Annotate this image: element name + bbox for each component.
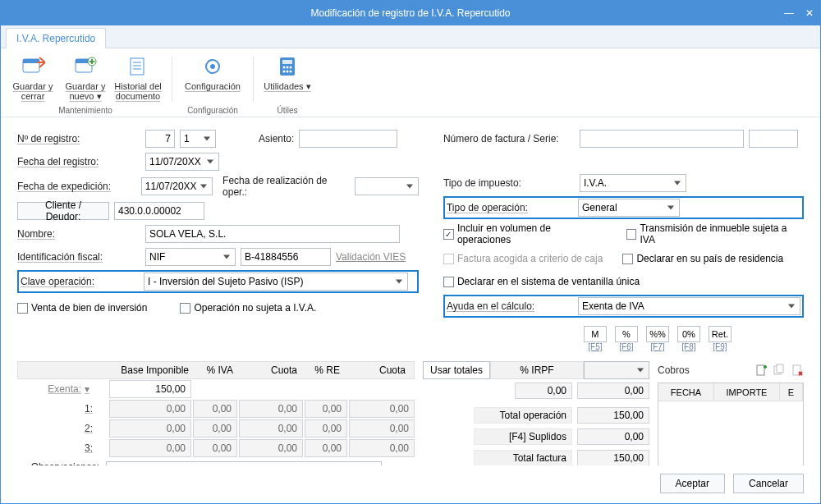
col-importe: IMPORTE [714, 383, 780, 401]
idfiscal-tipo-select[interactable]: NIF [145, 248, 236, 266]
lbl-fecha-expedicion: Fecha de expedición: [17, 181, 136, 192]
tipo-impuesto-select[interactable]: I.V.A. [580, 174, 686, 192]
window-title: Modificación de registro de I.V.A. Reper… [310, 7, 510, 19]
lbl-nregistro: Nº de registro: [17, 133, 140, 144]
qb-f6: [F6] [619, 342, 633, 351]
cliente-deudor-button[interactable]: Cliente / Deudor: [17, 202, 109, 220]
qb-ret[interactable]: Ret. [709, 326, 732, 342]
svg-rect-26 [777, 364, 783, 373]
save-close-icon [19, 53, 47, 80]
save-close-button[interactable]: Guardar y cerrar [7, 52, 58, 103]
tab-iva-repercutido[interactable]: I.V.A. Repercutido [6, 28, 106, 48]
lbl-tipo-impuesto: Tipo de impuesto: [443, 177, 575, 189]
asiento-input[interactable] [299, 130, 397, 148]
vies-link[interactable]: Validación VIES [336, 251, 406, 263]
ribbon: Guardar y cerrar Guardar y nuevo ▾ Histo… [1, 48, 820, 117]
calculator-icon [273, 53, 301, 80]
svg-point-20 [287, 71, 289, 73]
irpf-select[interactable] [584, 361, 649, 379]
config-button[interactable]: Configuración [181, 52, 245, 93]
lbl-ayuda-calculo: Ayuda en el cálculo: [447, 300, 573, 312]
cancelar-button[interactable]: Cancelar [733, 474, 804, 493]
close-icon[interactable]: ✕ [805, 7, 814, 19]
tipo-operacion-select[interactable]: General [578, 199, 680, 217]
line-exenta: Exenta:▾ 150,00 [17, 379, 415, 399]
irpf-cuota: 0,00 [577, 383, 649, 399]
col-e: E [780, 383, 803, 401]
svg-point-18 [290, 66, 292, 69]
lbl-total-factura: Total factura [474, 450, 572, 465]
svg-point-16 [283, 66, 286, 69]
chk-volumen-operaciones[interactable]: ✓Incluir en volumen de operaciones [443, 222, 607, 245]
lbl-num-factura: Número de factura / Serie: [443, 133, 575, 144]
lbl-clave-operacion: Clave operación: [21, 276, 139, 287]
nregistro-a-input[interactable] [145, 130, 175, 148]
chk-op-no-sujeta[interactable]: Operación no sujeta a I.V.A. [180, 302, 316, 314]
history-icon [124, 53, 152, 80]
lbl-tipo-operacion: Tipo de operación: [447, 202, 573, 213]
save-new-button[interactable]: Guardar y nuevo ▾ [60, 52, 111, 103]
history-button[interactable]: Historial del documento [112, 52, 163, 103]
idfiscal-num-input[interactable] [241, 248, 331, 266]
lbl-suplidos[interactable]: [F4] Suplidos [474, 428, 572, 445]
svg-point-17 [287, 66, 289, 69]
gear-icon [199, 53, 227, 80]
fecha-expedicion-select[interactable]: 11/07/20XX [141, 177, 213, 195]
line-1: 1: 0,00 0,00 0,00 0,00 0,00 [17, 399, 415, 419]
svg-rect-15 [282, 60, 292, 64]
line-3: 3: 0,00 0,00 0,00 0,00 0,00 [17, 438, 415, 458]
clave-operacion-select[interactable]: I - Inversión del Sujeto Pasivo (ISP) [144, 273, 408, 291]
usar-totales-button[interactable]: Usar totales [423, 361, 490, 379]
aceptar-button[interactable]: Aceptar [660, 474, 725, 493]
serie-input[interactable] [749, 130, 798, 148]
exenta-base-input[interactable]: 150,00 [109, 380, 191, 398]
chk-transmision-inmueble[interactable]: Transmisión de inmueble sujeta a IVA [626, 222, 804, 245]
svg-point-21 [290, 71, 292, 73]
lbl-pct-irpf: % IRPF [490, 361, 584, 379]
save-new-icon [71, 53, 99, 80]
ayuda-calculo-select[interactable]: Exenta de IVA [578, 297, 800, 315]
total-operacion-value: 150,00 [577, 407, 649, 424]
fecha-oper-select[interactable] [355, 177, 419, 195]
nregistro-b-select[interactable]: 1 [180, 130, 216, 148]
lbl-nombre: Nombre: [17, 228, 140, 240]
lbl-idfiscal: Identificación fiscal: [17, 251, 140, 263]
qb-f9: [F9] [713, 342, 727, 351]
chk-ventanilla-unica[interactable]: Declarar en el sistema de ventanilla úni… [443, 276, 640, 287]
nombre-input[interactable] [145, 225, 400, 243]
qb-pct[interactable]: % [615, 326, 638, 342]
line-2: 2: 0,00 0,00 0,00 0,00 0,00 [17, 419, 415, 438]
tabstrip: I.V.A. Repercutido [1, 25, 820, 48]
lbl-cobros: Cobros [658, 364, 750, 376]
add-doc-icon[interactable] [754, 364, 768, 377]
irpf-val: 0,00 [515, 383, 572, 399]
num-factura-input[interactable] [580, 130, 744, 148]
cobros-table[interactable]: FECHA IMPORTE E [658, 383, 804, 465]
qb-zero[interactable]: 0% [677, 326, 700, 342]
copy-doc-icon[interactable] [773, 364, 786, 377]
lbl-asiento: Asiento: [259, 133, 294, 144]
total-factura-value: 150,00 [577, 450, 649, 465]
qb-m[interactable]: M [584, 326, 607, 342]
qb-pctpct[interactable]: %% [646, 326, 669, 342]
svg-rect-8 [131, 58, 144, 75]
utilities-button[interactable]: Utilidades ▾ [262, 52, 313, 93]
ribbon-group-mantenimiento: Mantenimiento [55, 106, 116, 117]
lbl-fecha-oper: Fecha de realización de oper.: [222, 175, 350, 198]
minimize-icon[interactable]: — [784, 7, 794, 19]
lines-header: Base Imponible % IVA Cuota % RE Cuota [17, 361, 415, 379]
svg-point-19 [283, 71, 286, 73]
qb-f5: [F5] [588, 342, 602, 351]
svg-point-13 [210, 64, 215, 69]
chk-criterio-caja: Factura acogida a criterio de caja [443, 253, 603, 264]
qb-f8: [F8] [681, 342, 695, 351]
delete-doc-icon[interactable] [791, 364, 804, 377]
lbl-fecha-registro: Fecha del registro: [17, 156, 140, 167]
qb-f7: [F7] [650, 342, 664, 351]
fecha-registro-select[interactable]: 11/07/20XX [145, 153, 219, 171]
lbl-total-operacion: Total operación [474, 407, 572, 424]
chk-pais-residencia[interactable]: Declarar en su país de residencia [622, 253, 783, 264]
chk-venta-bien-inversion[interactable]: Venta de bien de inversión [17, 302, 147, 314]
ribbon-group-config: Configuración [184, 106, 241, 117]
cliente-input[interactable] [114, 202, 204, 220]
